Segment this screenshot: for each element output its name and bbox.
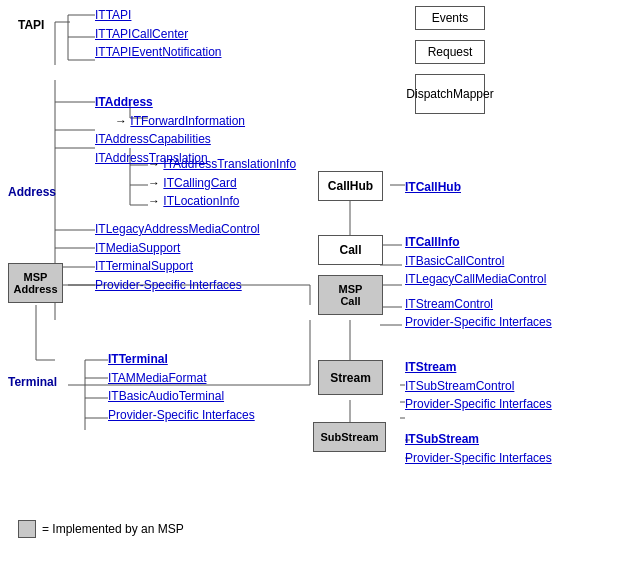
providerspecific2-link[interactable]: Provider-Specific Interfaces [405,313,552,332]
itstreamcontrol-link[interactable]: ITStreamControl [405,295,552,314]
address-links2: ITLegacyAddressMediaControl ITMediaSuppo… [95,220,260,294]
itstream-link[interactable]: ITStream [405,358,552,377]
diagram: TAPI ITTAPI ITTAPICallCenter ITTAPIEvent… [0,0,628,569]
itlocationinfo-link[interactable]: ITLocationInfo [148,192,296,211]
request-button[interactable]: Request [415,40,485,64]
itcallingcard-link[interactable]: ITCallingCard [148,174,296,193]
call-links: ITCallInfo ITBasicCallControl ITLegacyCa… [405,233,552,332]
substream-box: SubStream [313,422,386,452]
itaddress-link[interactable]: ITAddress [95,93,245,112]
providerspecific1-link[interactable]: Provider-Specific Interfaces [95,276,260,295]
events-button[interactable]: Events [415,6,485,30]
msp-address-box: MSPAddress [8,263,63,303]
itammediaformat-link[interactable]: ITAMMediaFormat [108,369,255,388]
itterminalsupport-link[interactable]: ITTerminalSupport [95,257,260,276]
callhub-links: ITCallHub [405,178,461,197]
itmediasupport-link[interactable]: ITMediaSupport [95,239,260,258]
itbasicaudioterminal-link[interactable]: ITBasicAudioTerminal [108,387,255,406]
call-box: Call [318,235,383,265]
legend-box [18,520,36,538]
legend-text: = Implemented by an MSP [42,522,184,536]
terminal-links: ITTerminal ITAMMediaFormat ITBasicAudioT… [108,350,255,424]
itlegacycallmediacontrol-link[interactable]: ITLegacyCallMediaControl [405,270,552,289]
providerspecific5-link[interactable]: Provider-Specific Interfaces [405,449,552,468]
itsubstream-link[interactable]: ITSubStream [405,430,552,449]
providerspecific3-link[interactable]: Provider-Specific Interfaces [108,406,255,425]
dispatch-label: Dispatch [406,87,453,101]
tapi-links: ITTAPI ITTAPICallCenter ITTAPIEventNotif… [95,6,222,62]
address-label: Address [8,185,56,199]
msp-call-box: MSPCall [318,275,383,315]
itsubstreamcontrol-link[interactable]: ITSubStreamControl [405,377,552,396]
itcallinfo-link[interactable]: ITCallInfo [405,233,552,252]
itbasiccallcontrol-link[interactable]: ITBasicCallControl [405,252,552,271]
tapi-label: TAPI [18,18,44,32]
terminal-label: Terminal [8,375,57,389]
itcallhub-link[interactable]: ITCallHub [405,178,461,197]
ittapi-link[interactable]: ITTAPI [95,6,222,25]
dispatch-button[interactable]: Dispatch Mapper [415,74,485,114]
itaddresscapabilities-link[interactable]: ITAddressCapabilities [95,130,245,149]
ittapicallcenter-link[interactable]: ITTAPICallCenter [95,25,222,44]
callhub-box: CallHub [318,171,383,201]
itlegacyaddressmediacontrol-link[interactable]: ITLegacyAddressMediaControl [95,220,260,239]
ittapieventnotification-link[interactable]: ITTAPIEventNotification [95,43,222,62]
translation-sublinks: ITAddressTranslationInfo ITCallingCard I… [148,155,296,211]
stream-links: ITStream ITSubStreamControl Provider-Spe… [405,358,552,414]
stream-box: Stream [318,360,383,395]
substream-links: ITSubStream Provider-Specific Interfaces [405,430,552,467]
itforwardinformation-link[interactable]: ITForwardInformation [95,112,245,131]
mapper-label: Mapper [453,87,494,101]
itaddresstranslationinfo-link[interactable]: ITAddressTranslationInfo [148,155,296,174]
itterminal-link[interactable]: ITTerminal [108,350,255,369]
providerspecific4-link[interactable]: Provider-Specific Interfaces [405,395,552,414]
